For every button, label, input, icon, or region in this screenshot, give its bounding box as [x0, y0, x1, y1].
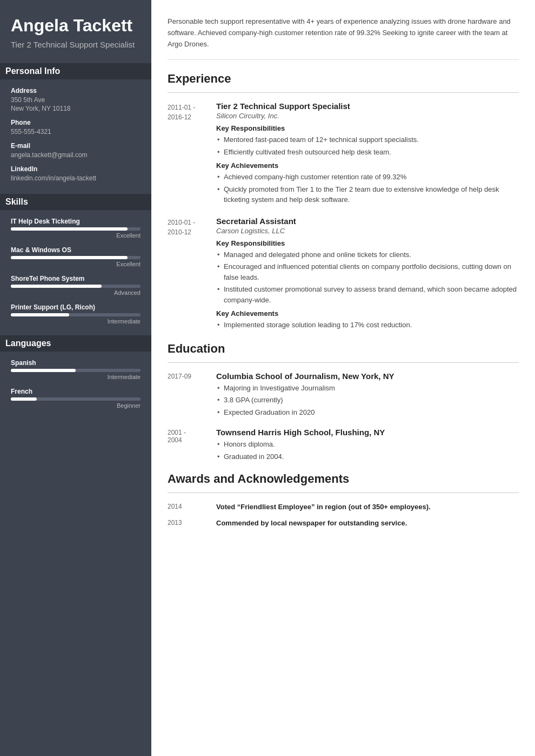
- phone-label: Phone: [11, 119, 141, 126]
- education-divider: [168, 362, 519, 363]
- language-item: French Beginner: [11, 388, 141, 409]
- edu-bullets: Majoring in Investigative Journalism3.8 …: [216, 383, 519, 418]
- education-section: Education 2017-09 Columbia School of Jou…: [168, 342, 519, 464]
- entry-date: 2011-01 - 2016-12: [168, 102, 216, 207]
- email-label: E-mail: [11, 142, 141, 150]
- address-label: Address: [11, 87, 141, 94]
- skill-level: Intermediate: [11, 318, 141, 325]
- candidate-title: Tier 2 Technical Support Specialist: [11, 39, 141, 50]
- language-level: Intermediate: [11, 374, 141, 380]
- edu-content: Townsend Harris High School, Flushing, N…: [216, 428, 519, 463]
- skill-bar-bg: [11, 227, 141, 231]
- list-item: Majoring in Investigative Journalism: [216, 383, 519, 394]
- skill-name: IT Help Desk Ticketing: [11, 218, 141, 225]
- list-item: Implemented storage solution leading to …: [216, 320, 519, 330]
- education-list: 2017-09 Columbia School of Journalism, N…: [168, 372, 519, 464]
- language-item: Spanish Intermediate: [11, 359, 141, 380]
- experience-heading: Experience: [168, 72, 519, 88]
- skill-item: Printer Support (LG, Ricoh) Intermediate: [11, 303, 141, 325]
- experience-entry: 2011-01 - 2016-12 Tier 2 Technical Suppo…: [168, 102, 519, 207]
- award-date: 2014: [168, 502, 216, 512]
- skill-level: Advanced: [11, 289, 141, 296]
- awards-list: 2014 Voted “Friendliest Employee” in reg…: [168, 502, 519, 528]
- awards-divider: [168, 492, 519, 493]
- linkedin-label: LinkedIn: [11, 165, 141, 173]
- language-bar-fill: [11, 369, 76, 372]
- skills-list: IT Help Desk Ticketing Excellent Mac & W…: [11, 218, 141, 325]
- achievements-title: Key Achievements: [216, 161, 519, 170]
- entry-content: Secretarial Assistant Carson Logistics, …: [216, 217, 519, 332]
- personal-info-heading: Personal Info: [0, 63, 151, 79]
- main-content: Personable tech support representative w…: [151, 0, 535, 756]
- skill-bar-fill: [11, 285, 102, 288]
- job-title: Secretarial Assistant: [216, 217, 519, 226]
- experience-list: 2011-01 - 2016-12 Tier 2 Technical Suppo…: [168, 102, 519, 332]
- skill-bar-fill: [11, 256, 128, 259]
- entry-date: 2010-01 - 2010-12: [168, 217, 216, 332]
- skill-item: IT Help Desk Ticketing Excellent: [11, 218, 141, 239]
- skill-level: Excellent: [11, 232, 141, 239]
- language-bar-fill: [11, 397, 37, 401]
- list-item: Efficiently cultivated fresh outsourced …: [216, 147, 519, 158]
- responsibilities-list: Managed and delegated phone and online t…: [216, 249, 519, 306]
- skill-name: Mac & Windows OS: [11, 246, 141, 254]
- email-value: angela.tackett@gmail.com: [11, 151, 141, 160]
- education-entry: 2017-09 Columbia School of Journalism, N…: [168, 372, 519, 420]
- languages-list: Spanish Intermediate French Beginner: [11, 359, 141, 409]
- list-item: Honors diploma.: [216, 439, 519, 450]
- list-item: Graduated in 2004.: [216, 451, 519, 462]
- responsibilities-title: Key Responsibilities: [216, 124, 519, 132]
- summary-text: Personable tech support representative w…: [168, 16, 519, 60]
- edu-date: 2017-09: [168, 372, 216, 420]
- award-date: 2013: [168, 518, 216, 529]
- company-name: Carson Logistics, LLC: [216, 227, 519, 235]
- achievements-list: Achieved company-high customer retention…: [216, 172, 519, 205]
- achievements-list: Implemented storage solution leading to …: [216, 320, 519, 330]
- languages-heading: Languages: [0, 335, 151, 352]
- experience-divider: [168, 92, 519, 93]
- awards-heading: Awards and Acknowledgements: [168, 472, 519, 488]
- linkedin-value: linkedin.com/in/angela-tackett: [11, 174, 141, 183]
- list-item: Achieved company-high customer retention…: [216, 172, 519, 183]
- award-text: Commended by local newspaper for outstan…: [216, 518, 519, 529]
- language-name: French: [11, 388, 141, 395]
- skill-bar-bg: [11, 285, 141, 288]
- address-line2: New York, NY 10118: [11, 104, 141, 113]
- education-heading: Education: [168, 342, 519, 358]
- job-title: Tier 2 Technical Support Specialist: [216, 102, 519, 111]
- edu-bullets: Honors diploma.Graduated in 2004.: [216, 439, 519, 462]
- responsibilities-title: Key Responsibilities: [216, 239, 519, 247]
- list-item: Mentored fast-paced team of 12+ technica…: [216, 134, 519, 145]
- phone-value: 555-555-4321: [11, 127, 141, 137]
- skill-name: ShoreTel Phone System: [11, 275, 141, 282]
- award-entry: 2013 Commended by local newspaper for ou…: [168, 518, 519, 529]
- skill-level: Excellent: [11, 261, 141, 267]
- skill-bar-fill: [11, 227, 128, 231]
- language-bar-bg: [11, 397, 141, 401]
- skill-item: ShoreTel Phone System Advanced: [11, 275, 141, 296]
- entry-content: Tier 2 Technical Support Specialist Sili…: [216, 102, 519, 207]
- award-text: Voted “Friendliest Employee” in region (…: [216, 502, 519, 512]
- list-item: 3.8 GPA (currently): [216, 395, 519, 406]
- sidebar: Angela Tackett Tier 2 Technical Support …: [0, 0, 151, 756]
- list-item: Managed and delegated phone and online t…: [216, 249, 519, 260]
- edu-content: Columbia School of Journalism, New York,…: [216, 372, 519, 420]
- education-entry: 2001 - 2004 Townsend Harris High School,…: [168, 428, 519, 463]
- list-item: Instituted customer promotional survey t…: [216, 284, 519, 305]
- candidate-name: Angela Tackett: [11, 16, 141, 35]
- school-name: Columbia School of Journalism, New York,…: [216, 372, 519, 381]
- responsibilities-list: Mentored fast-paced team of 12+ technica…: [216, 134, 519, 157]
- skill-bar-bg: [11, 256, 141, 259]
- skills-heading: Skills: [0, 194, 151, 210]
- awards-section: Awards and Acknowledgements 2014 Voted “…: [168, 472, 519, 528]
- achievements-title: Key Achievements: [216, 309, 519, 318]
- skill-item: Mac & Windows OS Excellent: [11, 246, 141, 267]
- skill-bar-bg: [11, 313, 141, 316]
- language-level: Beginner: [11, 402, 141, 409]
- language-name: Spanish: [11, 359, 141, 367]
- award-entry: 2014 Voted “Friendliest Employee” in reg…: [168, 502, 519, 512]
- address-line1: 350 5th Ave: [11, 96, 141, 105]
- edu-date: 2001 - 2004: [168, 428, 216, 463]
- skill-name: Printer Support (LG, Ricoh): [11, 303, 141, 311]
- language-bar-bg: [11, 369, 141, 372]
